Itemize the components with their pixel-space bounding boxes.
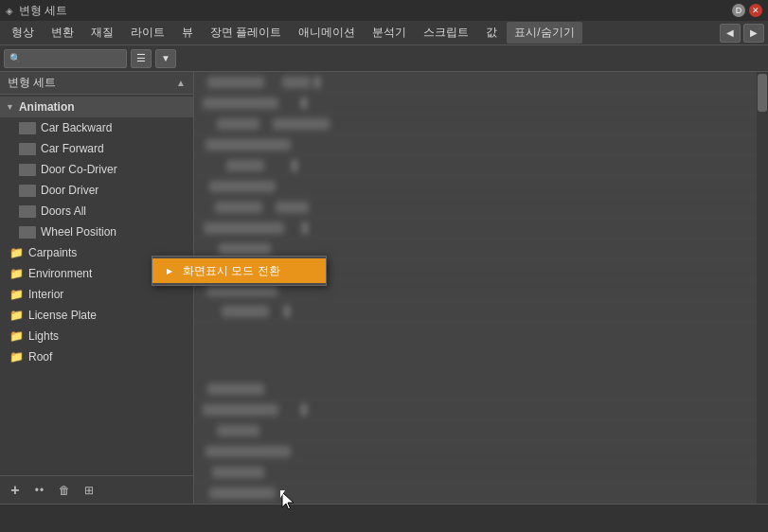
tree-item-car-forward[interactable]: Car Forward bbox=[0, 138, 193, 159]
folder-icon-license-plate: 📁 bbox=[9, 309, 24, 322]
toolbar: 🔍 ☰ ▼ bbox=[0, 45, 768, 72]
doors-all-label: Doors All bbox=[41, 204, 86, 218]
menu-item-raiteu[interactable]: 라이트 bbox=[123, 22, 172, 44]
title-bar-left: ◈ 변형 세트 bbox=[6, 3, 67, 19]
scrollbar-thumb[interactable] bbox=[758, 74, 767, 112]
environment-label: Environment bbox=[28, 267, 92, 280]
door-codriver-thumb bbox=[19, 164, 36, 176]
main-layout: 변형 세트 ▲ ▼ Animation Car Backward Car For… bbox=[0, 72, 768, 504]
wheel-position-label: Wheel Position bbox=[41, 225, 116, 239]
roof-label: Roof bbox=[28, 350, 52, 364]
folder-icon-environment: 📁 bbox=[9, 267, 24, 280]
carpaints-label: Carpaints bbox=[28, 246, 77, 259]
dropdown-item-icon: ▶ bbox=[162, 263, 177, 278]
list-view-btn[interactable]: ☰ bbox=[131, 49, 152, 68]
title-btn-close[interactable]: ✕ bbox=[749, 4, 762, 17]
folder-icon-roof: 📁 bbox=[9, 350, 24, 364]
timeline-background bbox=[194, 72, 768, 504]
door-driver-thumb bbox=[19, 185, 36, 197]
car-forward-label: Car Forward bbox=[41, 142, 104, 155]
menu-item-pyosi[interactable]: 표시/숨기기 bbox=[507, 22, 581, 44]
menu-bar: 형상 변환 재질 라이트 뷰 장면 플레이트 애니메이션 분석기 스크립트 값 … bbox=[0, 21, 768, 45]
menu-item-hyeongsang[interactable]: 형상 bbox=[4, 22, 42, 44]
folder-icon-carpaints: 📁 bbox=[9, 246, 24, 259]
interior-label: Interior bbox=[28, 288, 63, 301]
tree-folder-license-plate[interactable]: 📁 License Plate bbox=[0, 305, 193, 326]
tree-item-door-driver[interactable]: Door Driver bbox=[0, 180, 193, 201]
car-forward-thumb bbox=[19, 143, 36, 155]
window-title: 변형 세트 bbox=[19, 3, 67, 19]
dropdown-popup: ▶ 화면표시 모드 전환 bbox=[152, 256, 327, 286]
folder-icon-interior: 📁 bbox=[9, 288, 24, 301]
search-icon: 🔍 bbox=[9, 53, 21, 63]
panel-title: 변형 세트 bbox=[8, 75, 56, 91]
car-backward-thumb bbox=[19, 122, 36, 134]
menu-item-seukripeuteu[interactable]: 스크립트 bbox=[416, 22, 476, 44]
search-input[interactable] bbox=[25, 53, 119, 64]
menu-item-byeonhwan[interactable]: 변환 bbox=[44, 22, 81, 44]
tree-folder-lights[interactable]: 📁 Lights bbox=[0, 326, 193, 346]
license-plate-label: License Plate bbox=[28, 309, 97, 322]
dropdown-item-mode-switch[interactable]: ▶ 화면표시 모드 전환 bbox=[152, 258, 326, 283]
left-panel: 변형 세트 ▲ ▼ Animation Car Backward Car For… bbox=[0, 72, 194, 504]
group-label: Animation bbox=[19, 100, 75, 114]
door-driver-label: Door Driver bbox=[41, 184, 98, 197]
tree-item-doors-all[interactable]: Doors All bbox=[0, 201, 193, 222]
panel-header-arrow: ▲ bbox=[176, 78, 186, 88]
title-btn-d[interactable]: D bbox=[732, 4, 745, 17]
tree-item-wheel-position[interactable]: Wheel Position bbox=[0, 222, 193, 242]
group-expand-icon: ▼ bbox=[6, 102, 14, 112]
menu-item-bunseki[interactable]: 분석기 bbox=[365, 22, 414, 44]
menu-item-gab[interactable]: 값 bbox=[478, 22, 505, 44]
dropdown-icon-symbol: ▶ bbox=[167, 267, 172, 275]
menu-scroll-right[interactable]: ▶ bbox=[743, 24, 764, 43]
delete-btn[interactable]: 🗑 bbox=[55, 481, 74, 500]
title-bar: ◈ 변형 세트 D ✕ bbox=[0, 0, 768, 21]
doors-all-thumb bbox=[19, 205, 36, 218]
lights-label: Lights bbox=[28, 329, 59, 343]
tree-item-door-codriver[interactable]: Door Co-Driver bbox=[0, 159, 193, 180]
grid-btn[interactable]: ⊞ bbox=[80, 481, 98, 500]
right-content bbox=[194, 72, 768, 504]
menu-scroll-left[interactable]: ◀ bbox=[720, 24, 741, 43]
folder-icon-lights: 📁 bbox=[9, 329, 24, 343]
panel-header: 변형 세트 ▲ bbox=[0, 72, 193, 95]
filter-btn[interactable]: ▼ bbox=[155, 49, 176, 68]
tree-folder-interior[interactable]: 📁 Interior bbox=[0, 284, 193, 305]
door-codriver-label: Door Co-Driver bbox=[41, 163, 117, 176]
right-scrollbar[interactable] bbox=[757, 72, 768, 504]
menu-item-byu[interactable]: 뷰 bbox=[174, 22, 201, 44]
add-btn[interactable]: + bbox=[6, 481, 25, 500]
dots-btn[interactable]: •• bbox=[30, 481, 49, 500]
app-icon: ◈ bbox=[6, 6, 13, 16]
car-backward-label: Car Backward bbox=[41, 121, 112, 134]
panel-footer: + •• 🗑 ⊞ bbox=[0, 475, 193, 504]
menu-item-aenimeisyeon[interactable]: 애니메이션 bbox=[291, 22, 363, 44]
status-bar bbox=[0, 504, 768, 532]
search-box[interactable]: 🔍 bbox=[4, 49, 127, 68]
tree-group-animation[interactable]: ▼ Animation bbox=[0, 97, 193, 117]
tree-folder-roof[interactable]: 📁 Roof bbox=[0, 346, 193, 367]
title-bar-buttons: D ✕ bbox=[732, 4, 762, 17]
dropdown-item-label: 화면표시 모드 전환 bbox=[183, 263, 280, 279]
menu-item-jangmyeon[interactable]: 장면 플레이트 bbox=[203, 22, 289, 44]
tree-item-car-backward[interactable]: Car Backward bbox=[0, 117, 193, 138]
wheel-position-thumb bbox=[19, 226, 36, 239]
menu-item-jaeji[interactable]: 재질 bbox=[83, 22, 121, 44]
